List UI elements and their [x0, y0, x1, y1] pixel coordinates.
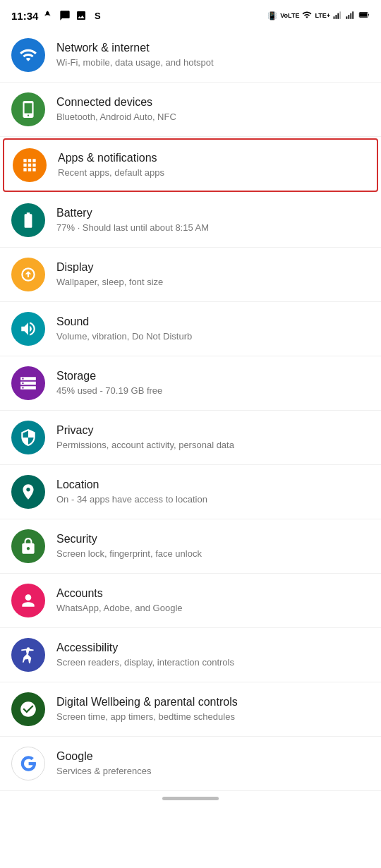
network-icon: [11, 38, 45, 72]
network-subtitle: Wi-Fi, mobile, data usage, and hotspot: [56, 57, 370, 69]
settings-item-sound[interactable]: Sound Volume, vibration, Do Not Disturb: [0, 302, 381, 356]
settings-item-battery[interactable]: Battery 77% · Should last until about 8:…: [0, 193, 381, 248]
security-title: Security: [56, 532, 370, 547]
connected-text: Connected devices Bluetooth, Android Aut…: [56, 95, 370, 123]
security-text: Security Screen lock, fingerprint, face …: [56, 532, 370, 560]
battery-text: Battery 77% · Should last until about 8:…: [56, 206, 370, 234]
location-icon: [11, 475, 45, 509]
apps-subtitle: Recent apps, default apps: [58, 167, 368, 179]
privacy-text: Privacy Permissions, account activity, p…: [56, 423, 370, 452]
settings-item-display[interactable]: Display Wallpaper, sleep, font size: [0, 248, 381, 302]
sound-text: Sound Volume, vibration, Do Not Disturb: [56, 315, 370, 343]
wifi-calling-icon: [302, 10, 312, 21]
storage-icon: [11, 366, 45, 400]
connected-icon: [11, 92, 45, 126]
sound-icon: [11, 312, 45, 346]
google-icon: [11, 747, 45, 780]
accounts-text: Accounts WhatsApp, Adobe, and Google: [56, 586, 370, 615]
google-title: Google: [56, 749, 370, 764]
display-icon: [11, 258, 45, 291]
location-text: Location On - 34 apps have access to loc…: [56, 478, 370, 506]
privacy-subtitle: Permissions, account activity, personal …: [56, 440, 370, 452]
digitalwellbeing-icon: [11, 692, 45, 726]
connected-title: Connected devices: [56, 95, 370, 110]
svg-rect-10: [360, 13, 367, 16]
network-title: Network & internet: [56, 41, 370, 56]
volte-icon: VoLTE: [280, 12, 299, 19]
messaging-icon: [59, 9, 71, 22]
accounts-title: Accounts: [56, 586, 370, 601]
battery-icon: [358, 9, 370, 22]
svg-rect-9: [368, 14, 368, 16]
google-text: Google Services & preferences: [56, 749, 370, 778]
snapchat-icon: [42, 9, 55, 22]
display-text: Display Wallpaper, sleep, font size: [56, 260, 370, 289]
scroll-bar: [162, 797, 219, 800]
status-time: 11:34: [11, 10, 38, 22]
status-left: 11:34 S: [11, 9, 104, 22]
accessibility-subtitle: Screen readers, display, interaction con…: [56, 657, 370, 669]
storage-title: Storage: [56, 369, 370, 384]
security-icon: [11, 529, 45, 563]
storage-text: Storage 45% used - 70.19 GB free: [56, 369, 370, 397]
settings-item-network[interactable]: Network & internet Wi-Fi, mobile, data u…: [0, 28, 381, 83]
svg-rect-4: [346, 16, 348, 19]
settings-item-storage[interactable]: Storage 45% used - 70.19 GB free: [0, 356, 381, 411]
status-right-icons: 📳 VoLTE LTE+: [267, 9, 370, 22]
accounts-icon: [11, 584, 45, 617]
settings-item-accounts[interactable]: Accounts WhatsApp, Adobe, and Google: [0, 574, 381, 628]
display-subtitle: Wallpaper, sleep, font size: [56, 277, 370, 289]
settings-item-location[interactable]: Location On - 34 apps have access to loc…: [0, 465, 381, 519]
lte-icon: LTE+: [315, 12, 330, 19]
svg-rect-7: [352, 11, 353, 18]
svg-rect-6: [350, 13, 351, 19]
settings-item-connected[interactable]: Connected devices Bluetooth, Android Aut…: [0, 83, 381, 137]
accessibility-icon: [11, 638, 45, 672]
apps-title: Apps & notifications: [58, 151, 368, 166]
digitalwellbeing-subtitle: Screen time, app timers, bedtime schedul…: [56, 711, 370, 723]
settings-item-security[interactable]: Security Screen lock, fingerprint, face …: [0, 519, 381, 574]
status-bar: 11:34 S 📳 VoLTE LTE+: [0, 0, 381, 28]
settings-item-google[interactable]: Google Services & preferences: [0, 737, 381, 791]
accounts-subtitle: WhatsApp, Adobe, and Google: [56, 603, 370, 615]
svg-rect-1: [336, 15, 337, 19]
svg-rect-3: [339, 11, 341, 18]
svg-rect-2: [337, 13, 339, 19]
privacy-title: Privacy: [56, 423, 370, 438]
apps-text: Apps & notifications Recent apps, defaul…: [58, 151, 368, 179]
sound-title: Sound: [56, 315, 370, 330]
battery-icon: [11, 203, 45, 237]
settings-item-privacy[interactable]: Privacy Permissions, account activity, p…: [0, 411, 381, 465]
signal1-icon: [333, 10, 343, 21]
svg-rect-0: [334, 16, 335, 19]
svg-rect-5: [349, 15, 350, 19]
security-subtitle: Screen lock, fingerprint, face unlock: [56, 548, 370, 560]
shazam-icon: S: [91, 9, 104, 22]
network-text: Network & internet Wi-Fi, mobile, data u…: [56, 41, 370, 69]
sound-subtitle: Volume, vibration, Do Not Disturb: [56, 331, 370, 343]
battery-subtitle: 77% · Should last until about 8:15 AM: [56, 222, 370, 234]
settings-item-apps[interactable]: Apps & notifications Recent apps, defaul…: [3, 138, 378, 192]
location-title: Location: [56, 478, 370, 493]
privacy-icon: [11, 421, 45, 454]
settings-item-digitalwellbeing[interactable]: Digital Wellbeing & parental controls Sc…: [0, 682, 381, 737]
scroll-indicator: [0, 791, 381, 803]
connected-subtitle: Bluetooth, Android Auto, NFC: [56, 111, 370, 123]
digitalwellbeing-text: Digital Wellbeing & parental controls Sc…: [56, 695, 370, 723]
gallery-icon: [75, 9, 87, 22]
accessibility-title: Accessibility: [56, 641, 370, 656]
vibrate-icon: 📳: [267, 11, 277, 20]
settings-list: Network & internet Wi-Fi, mobile, data u…: [0, 28, 381, 791]
accessibility-text: Accessibility Screen readers, display, i…: [56, 641, 370, 669]
signal2-icon: [346, 10, 356, 21]
digitalwellbeing-title: Digital Wellbeing & parental controls: [56, 695, 370, 710]
settings-item-accessibility[interactable]: Accessibility Screen readers, display, i…: [0, 628, 381, 682]
google-subtitle: Services & preferences: [56, 766, 370, 778]
battery-title: Battery: [56, 206, 370, 221]
apps-icon: [13, 148, 47, 182]
location-subtitle: On - 34 apps have access to location: [56, 494, 370, 506]
storage-subtitle: 45% used - 70.19 GB free: [56, 385, 370, 397]
status-notification-icons: S: [42, 9, 104, 22]
display-title: Display: [56, 260, 370, 275]
